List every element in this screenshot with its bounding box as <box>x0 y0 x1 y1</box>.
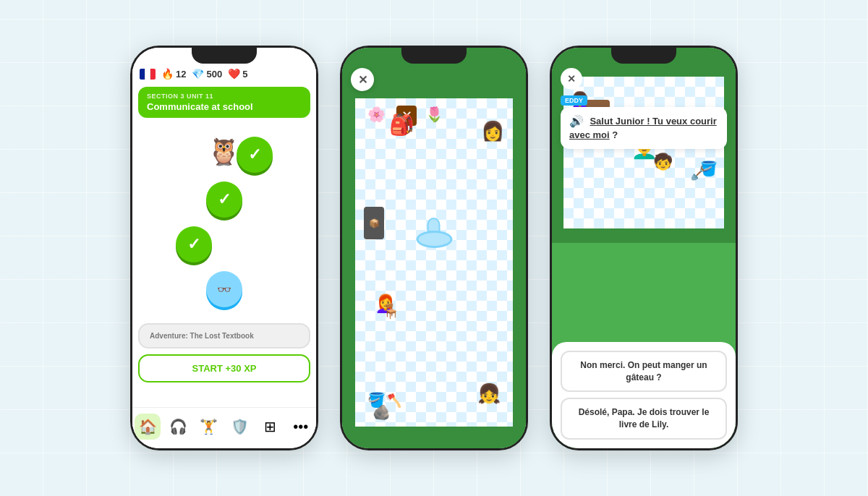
game3-close-button[interactable]: ✕ <box>561 68 582 90</box>
node-row-3: ✓ <box>132 223 316 265</box>
heart-icon: ❤️ <box>228 68 240 80</box>
hearts-stat: ❤️ 5 <box>228 68 247 80</box>
lesson-node-2[interactable]: ✓ <box>206 181 242 218</box>
game-flower-1: 🌸 <box>367 106 386 123</box>
flag-french <box>140 69 156 80</box>
game-char-1: 👩 <box>481 120 504 142</box>
gem-icon: 💎 <box>192 68 204 80</box>
nav-shield[interactable]: 🛡️ <box>226 414 252 440</box>
speech-bubble: 🔊 Salut Junior ! Tu veux courir avec moi… <box>561 107 727 149</box>
phone-1: 🔥 12 💎 500 ❤️ 5 SECTION 3 UNIT 11 Commun… <box>130 46 318 450</box>
node-row-4: 👓 <box>132 268 316 310</box>
phone-notch-1 <box>192 48 257 64</box>
lesson-node-1[interactable]: ✓ <box>237 137 273 173</box>
response-option-1[interactable]: Non merci. On peut manger un gâteau ? <box>561 351 727 393</box>
response-option-2[interactable]: Désolé, Papa. Je dois trouver le livre d… <box>561 398 727 440</box>
game-bench: 🪑 <box>382 302 400 320</box>
node-row-1: ✓ <box>132 134 316 176</box>
gems-stat: 💎 500 <box>192 68 222 80</box>
start-button[interactable]: START +30 XP <box>138 354 310 382</box>
section-label: SECTION 3 UNIT 11 <box>147 93 302 100</box>
section-banner: SECTION 3 UNIT 11 Communicate at school <box>138 87 310 118</box>
adventure-card: Adventure: The Lost Textbook <box>138 323 310 349</box>
streak-stat: 🔥 12 <box>161 68 186 80</box>
game-machine: 📦 <box>364 207 384 239</box>
speech-text: Salut Junior ! Tu veux courir avec moi ? <box>569 116 717 140</box>
phone-3: 👩‍🦱 👨‍🦰 🧒 🪣 🪏 ✕ EDDY 🔊 Salut Junior ! Tu… <box>550 46 738 450</box>
phone-2: ✕ 🌸 ✕ 🌷 👩 🎒 📦 👩‍🦰 🪑 👧 🪣 🪓 <box>340 46 528 450</box>
scene-char-child: 🧒 <box>653 153 673 171</box>
response-area: Non merci. On peut manger un gâteau ? Dé… <box>552 342 736 448</box>
phone1-screen: 🔥 12 💎 500 ❤️ 5 SECTION 3 UNIT 11 Commun… <box>132 48 316 448</box>
game-char-backpack: 🎒 <box>389 113 414 137</box>
phone-notch-2 <box>401 48 467 64</box>
phone-notch-3 <box>611 48 676 64</box>
nav-practice[interactable]: 🏋️ <box>196 414 222 440</box>
game-flower-2: 🌷 <box>425 106 443 123</box>
adventure-label: Adventure: The Lost Textbook <box>150 332 299 340</box>
game-fountain <box>414 218 454 248</box>
nav-quest[interactable]: ⊞ <box>257 414 283 440</box>
phone2-screen: ✕ 🌸 ✕ 🌷 👩 🎒 📦 👩‍🦰 🪑 👧 🪣 🪓 <box>342 48 526 448</box>
audio-icon[interactable]: 🔊 <box>569 115 584 127</box>
game-close-button[interactable]: ✕ <box>351 68 374 91</box>
game-rock: 🪨 <box>373 403 391 421</box>
scene-shovel-2: 🪏 <box>691 167 705 181</box>
unit-title: Communicate at school <box>147 101 302 112</box>
lesson-node-3[interactable]: ✓ <box>176 226 212 262</box>
bottom-nav: 🏠 🎧 🏋️ 🛡️ ⊞ ••• <box>132 407 316 448</box>
phone3-screen: 👩‍🦱 👨‍🦰 🧒 🪣 🪏 ✕ EDDY 🔊 Salut Junior ! Tu… <box>552 48 736 448</box>
nav-learn[interactable]: 🎧 <box>165 414 191 440</box>
fire-icon: 🔥 <box>161 68 174 80</box>
nav-more[interactable]: ••• <box>288 414 314 440</box>
lesson-path: 🦉🌍 ✓ ✓ ✓ 👓 <box>132 121 316 317</box>
eddy-name-badge: EDDY <box>561 95 587 106</box>
node-row-2: ✓ <box>132 179 316 221</box>
game-char-3: 👧 <box>477 382 501 405</box>
lesson-node-4[interactable]: 👓 <box>206 271 242 307</box>
nav-home[interactable]: 🏠 <box>135 414 161 440</box>
